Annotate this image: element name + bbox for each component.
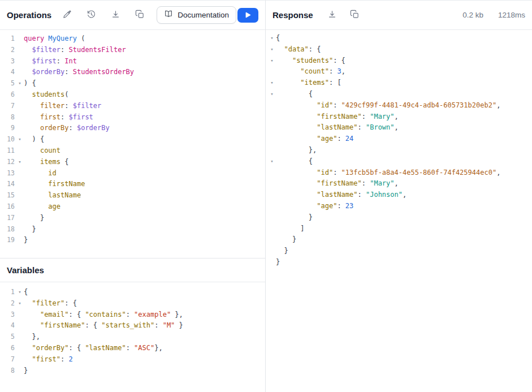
fold-spacer [268, 145, 276, 156]
line-number: 18 [0, 224, 16, 235]
fold-spacer [16, 224, 24, 235]
code-line: 16 age [0, 201, 265, 213]
code-text: } [24, 365, 28, 377]
code-text: "orderBy": { "lastName": "ASC"}, [24, 343, 163, 354]
fold-toggle-icon[interactable]: ▾ [268, 55, 276, 67]
fold-spacer [268, 66, 276, 77]
prettify-button[interactable] [61, 10, 72, 21]
fold-spacer [16, 67, 24, 78]
code-text: "data": { [276, 44, 321, 55]
code-text: "id": "429cf99f-4481-49c4-adb4-605731b20… [276, 100, 500, 111]
code-line: 17 } [0, 213, 265, 224]
code-line: 10▾ ) { [0, 134, 265, 145]
fold-toggle-icon[interactable]: ▾ [268, 156, 276, 167]
line-number: 14 [0, 179, 16, 190]
code-text: $filter: StudentsFilter [24, 45, 126, 56]
code-text: "students": { [276, 55, 345, 67]
fold-toggle-icon[interactable]: ▾ [268, 89, 276, 100]
line-number: 8 [0, 365, 16, 377]
code-text: "first": 2 [24, 354, 73, 365]
line-number: 5 [0, 331, 16, 343]
code-text: } [276, 234, 296, 245]
fold-spacer [268, 133, 276, 145]
fold-spacer [16, 190, 24, 201]
copy-operations-button[interactable] [134, 10, 145, 21]
code-line: ▾ "students": { [266, 55, 532, 67]
fold-spacer [268, 189, 276, 201]
code-line: 1query MyQuery ( [0, 33, 265, 45]
documentation-label: Documentation [178, 11, 229, 19]
operations-title: Operations [7, 10, 51, 20]
line-number: 15 [0, 190, 16, 201]
fold-toggle-icon[interactable]: ▾ [16, 298, 24, 309]
code-line: "id": "429cf99f-4481-49c4-adb4-605731b20… [266, 100, 532, 111]
code-line: 14 firstName [0, 179, 265, 190]
execute-query-button[interactable] [237, 8, 258, 23]
line-number: 8 [0, 112, 16, 123]
line-number: 12 [0, 157, 16, 168]
code-line: } [266, 212, 532, 223]
response-stats: 0.2 kb 1218ms [462, 11, 525, 19]
line-number: 16 [0, 201, 16, 213]
fold-spacer [268, 122, 276, 133]
code-text: { [24, 287, 28, 298]
fold-spacer [268, 245, 276, 257]
code-text: id [24, 168, 57, 179]
code-text: "firstName": "Mary", [276, 178, 399, 189]
download-operations-button[interactable] [110, 10, 121, 21]
fold-toggle-icon[interactable]: ▾ [16, 157, 24, 168]
code-line: "lastName": "Johnson", [266, 189, 532, 201]
operations-toolbar [61, 10, 145, 21]
code-text: "age": 23 [276, 201, 353, 212]
code-line: 1▾{ [0, 287, 265, 298]
fold-toggle-icon[interactable]: ▾ [268, 77, 276, 89]
download-response-button[interactable] [327, 10, 338, 21]
response-viewer: ▾{▾ "data": {▾ "students": { "count": 3,… [266, 30, 532, 392]
fold-spacer [16, 112, 24, 123]
code-text: "id": "13fcb5bf-a8a4-4e55-860f-74f425944… [276, 167, 500, 179]
fold-spacer [16, 145, 24, 157]
code-text: "lastName": "Brown", [276, 122, 399, 133]
code-text: items { [24, 157, 68, 168]
fold-spacer [16, 235, 24, 246]
response-duration: 1218ms [498, 11, 525, 19]
copy-response-button[interactable] [349, 10, 361, 21]
code-text: { [276, 156, 313, 167]
fold-toggle-icon[interactable]: ▾ [16, 134, 24, 145]
code-text: lastName [24, 190, 81, 201]
line-number: 9 [0, 123, 16, 134]
play-icon [245, 12, 251, 18]
code-line: "firstName": "Mary", [266, 111, 532, 123]
code-text: } [276, 257, 280, 268]
code-line: }, [266, 145, 532, 156]
fold-toggle-icon[interactable]: ▾ [268, 33, 276, 44]
code-text: "filter": { [24, 298, 77, 309]
documentation-button[interactable]: Documentation [157, 6, 236, 24]
fold-toggle-icon[interactable]: ▾ [16, 78, 24, 89]
fold-spacer [16, 89, 24, 101]
code-line: 12▾ items { [0, 157, 265, 168]
code-text: ) { [24, 134, 44, 145]
code-text: ) { [24, 78, 36, 89]
fold-toggle-icon[interactable]: ▾ [268, 44, 276, 55]
response-title: Response [273, 10, 313, 20]
code-line: ] [266, 223, 532, 235]
code-text: ] [276, 223, 305, 235]
operations-editor[interactable]: 1query MyQuery (2 $filter: StudentsFilte… [0, 30, 265, 258]
fold-spacer [16, 45, 24, 56]
code-line: 4 $orderBy: StudentsOrderBy [0, 67, 265, 78]
line-number: 13 [0, 168, 16, 179]
code-line: 2 $filter: StudentsFilter [0, 45, 265, 56]
fold-spacer [16, 331, 24, 343]
variables-editor[interactable]: 1▾{2▾ "filter": {3 "email": { "contains"… [0, 282, 265, 392]
code-text: age [24, 201, 60, 213]
fold-toggle-icon[interactable]: ▾ [16, 287, 24, 298]
fold-spacer [268, 178, 276, 189]
history-button[interactable] [85, 10, 97, 21]
code-text: { [276, 33, 280, 44]
code-line: 8} [0, 365, 265, 377]
fold-spacer [268, 201, 276, 212]
fold-spacer [16, 179, 24, 190]
fold-spacer [268, 257, 276, 268]
code-line: ▾ "data": { [266, 44, 532, 55]
